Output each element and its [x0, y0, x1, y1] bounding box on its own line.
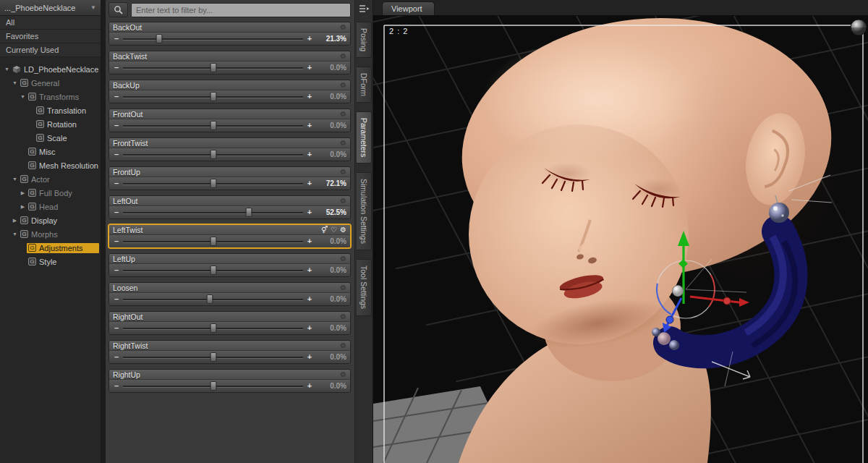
- slider-handle[interactable]: [206, 294, 213, 304]
- tab-parameters[interactable]: Parameters: [357, 111, 372, 163]
- nudge-up-button[interactable]: +: [306, 382, 313, 390]
- expanded-arrow-icon[interactable]: ▼: [3, 67, 11, 72]
- slider-handle[interactable]: [246, 208, 252, 217]
- nudge-down-button[interactable]: –: [113, 35, 120, 43]
- tree-item-adjustments[interactable]: GAdjustments: [0, 241, 101, 255]
- gear-icon[interactable]: ⚙: [340, 226, 346, 234]
- tree-item-display[interactable]: ▶GDisplay: [0, 213, 101, 227]
- nudge-down-button[interactable]: –: [113, 266, 120, 274]
- slider-track[interactable]: [123, 179, 303, 188]
- slider-track[interactable]: [123, 208, 303, 217]
- tree-item-morphs[interactable]: ▼GMorphs: [0, 227, 101, 241]
- slider-handle[interactable]: [210, 266, 216, 275]
- slider-handle[interactable]: [210, 179, 216, 188]
- slider-track[interactable]: [123, 352, 303, 362]
- tab-simulation-settings[interactable]: Simulation Settings: [357, 172, 372, 250]
- tree-item-head[interactable]: ▶GHead: [0, 200, 101, 213]
- tab-tool-settings[interactable]: Tool Settings: [357, 259, 372, 315]
- slider-track[interactable]: [123, 323, 303, 333]
- slider-track[interactable]: [123, 63, 303, 72]
- tab-viewport[interactable]: Viewport: [382, 1, 435, 15]
- nudge-up-button[interactable]: +: [306, 266, 313, 274]
- slider-track[interactable]: [123, 266, 303, 275]
- tree-item-full-body[interactable]: ▶GFull Body: [0, 186, 101, 200]
- slider-handle[interactable]: [210, 121, 216, 130]
- nudge-up-button[interactable]: +: [306, 353, 313, 361]
- slider-handle[interactable]: [210, 237, 216, 246]
- slider-track[interactable]: [123, 92, 303, 101]
- gear-icon[interactable]: ⚙: [340, 140, 346, 147]
- sidebar-item-currently-used[interactable]: Currently Used: [0, 43, 101, 57]
- slider-handle[interactable]: [210, 381, 216, 391]
- nudge-down-button[interactable]: –: [113, 353, 120, 361]
- sidebar-item-all[interactable]: All: [0, 16, 101, 30]
- slider-track[interactable]: [123, 34, 303, 43]
- slider-handle[interactable]: [210, 150, 216, 159]
- nudge-up-button[interactable]: +: [306, 93, 313, 101]
- nudge-down-button[interactable]: –: [113, 237, 120, 245]
- nudge-down-button[interactable]: –: [113, 93, 120, 101]
- collapsed-arrow-icon[interactable]: ▶: [11, 218, 19, 224]
- tree-item-mesh-resolution[interactable]: GMesh Resolution: [0, 158, 101, 172]
- gear-icon[interactable]: ⚙: [340, 111, 346, 118]
- gear-icon[interactable]: ⚙: [340, 284, 346, 292]
- tree-item-style[interactable]: GStyle: [0, 255, 101, 268]
- tree-item-ld-phoebenecklace[interactable]: ▼LD_PhoebeNecklace: [0, 62, 101, 76]
- nudge-down-button[interactable]: –: [113, 295, 120, 303]
- nudge-down-button[interactable]: –: [113, 324, 120, 332]
- gear-icon[interactable]: ⚙: [340, 82, 346, 89]
- nudge-up-button[interactable]: +: [306, 150, 313, 158]
- gear-icon[interactable]: ⚙: [340, 371, 346, 378]
- collapsed-arrow-icon[interactable]: ▶: [19, 190, 27, 196]
- expanded-arrow-icon[interactable]: ▼: [11, 232, 19, 237]
- nudge-down-button[interactable]: –: [113, 64, 120, 72]
- slider-track[interactable]: [123, 381, 303, 391]
- tree-item-transforms[interactable]: ▼GTransforms: [0, 90, 101, 103]
- tree-item-actor[interactable]: ▼GActor: [0, 172, 101, 186]
- scene-node-dropdown[interactable]: ..._PhoebeNecklace ▼: [0, 0, 101, 16]
- gear-icon[interactable]: ⚙: [340, 342, 346, 349]
- slider-handle[interactable]: [210, 323, 216, 333]
- slider-handle[interactable]: [210, 92, 216, 101]
- gear-icon[interactable]: ⚙: [340, 53, 346, 60]
- gear-icon[interactable]: ⚙: [340, 24, 346, 31]
- nudge-down-button[interactable]: –: [113, 382, 120, 390]
- panel-menu-button[interactable]: [357, 2, 371, 14]
- nudge-up-button[interactable]: +: [306, 295, 313, 303]
- tree-item-scale[interactable]: GScale: [0, 131, 101, 145]
- nudge-down-button[interactable]: –: [113, 179, 120, 187]
- nudge-up-button[interactable]: +: [306, 208, 313, 216]
- nudge-up-button[interactable]: +: [306, 324, 313, 332]
- gear-icon[interactable]: ⚙: [340, 313, 346, 320]
- tree-item-translation[interactable]: GTranslation: [0, 103, 101, 117]
- nudge-up-button[interactable]: +: [306, 64, 313, 72]
- slider-track[interactable]: [123, 237, 303, 246]
- gear-icon[interactable]: ⚙: [340, 169, 346, 176]
- nudge-up-button[interactable]: +: [306, 237, 313, 245]
- nudge-up-button[interactable]: +: [306, 35, 313, 43]
- slider-handle[interactable]: [210, 352, 216, 362]
- nudge-down-button[interactable]: –: [113, 208, 120, 216]
- view-orbit-sphere[interactable]: [851, 20, 867, 35]
- nudge-down-button[interactable]: –: [113, 150, 120, 158]
- tab-posing[interactable]: Posing: [357, 22, 372, 58]
- filter-input[interactable]: [131, 3, 351, 17]
- gear-icon[interactable]: ⚙: [340, 255, 346, 263]
- slider-handle[interactable]: [210, 63, 216, 72]
- nudge-up-button[interactable]: +: [306, 179, 313, 187]
- slider-track[interactable]: [123, 294, 303, 304]
- nudge-down-button[interactable]: –: [113, 122, 120, 129]
- slider-handle[interactable]: [156, 34, 162, 43]
- tab-dform[interactable]: DForm: [357, 67, 372, 103]
- expanded-arrow-icon[interactable]: ▼: [19, 94, 27, 99]
- nudge-up-button[interactable]: +: [306, 122, 313, 129]
- expanded-arrow-icon[interactable]: ▼: [11, 80, 19, 85]
- slider-track[interactable]: [123, 150, 303, 159]
- tree-item-general[interactable]: ▼GGeneral: [0, 76, 101, 90]
- expanded-arrow-icon[interactable]: ▼: [11, 177, 19, 182]
- sidebar-item-favorites[interactable]: Favorites: [0, 30, 101, 43]
- gender-icon[interactable]: ⚥: [321, 226, 328, 234]
- search-button[interactable]: [109, 2, 128, 17]
- heart-icon[interactable]: ♡: [331, 226, 337, 234]
- tree-item-misc[interactable]: GMisc: [0, 145, 101, 158]
